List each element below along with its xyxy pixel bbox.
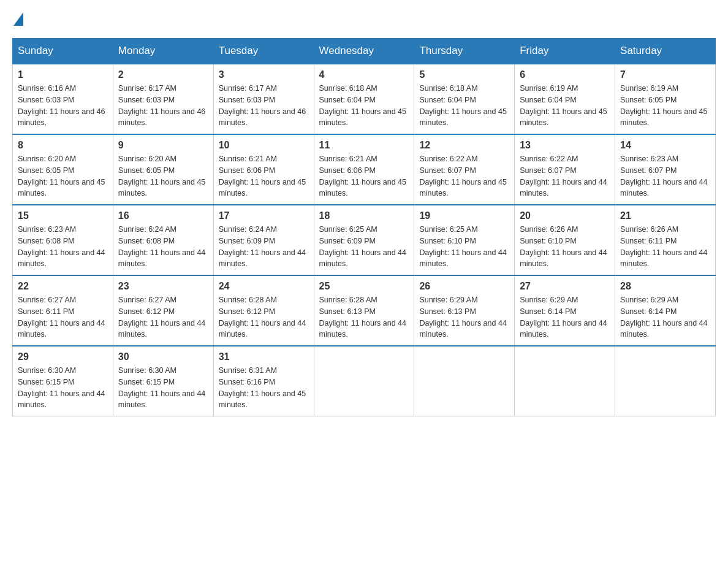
- day-info: Sunrise: 6:23 AM Sunset: 6:08 PM Dayligh…: [18, 224, 108, 270]
- day-number: 27: [520, 281, 610, 292]
- day-number: 25: [319, 281, 409, 292]
- calendar-cell: 6 Sunrise: 6:19 AM Sunset: 6:04 PM Dayli…: [515, 64, 615, 134]
- calendar-cell: 20 Sunrise: 6:26 AM Sunset: 6:10 PM Dayl…: [515, 205, 615, 275]
- day-info: Sunrise: 6:21 AM Sunset: 6:06 PM Dayligh…: [219, 153, 309, 199]
- day-info: Sunrise: 6:31 AM Sunset: 6:16 PM Dayligh…: [219, 365, 309, 411]
- calendar-cell: 16 Sunrise: 6:24 AM Sunset: 6:08 PM Dayl…: [113, 205, 213, 275]
- calendar-cell: 24 Sunrise: 6:28 AM Sunset: 6:12 PM Dayl…: [213, 275, 314, 346]
- calendar-cell: 10 Sunrise: 6:21 AM Sunset: 6:06 PM Dayl…: [213, 134, 314, 205]
- calendar-week-row: 15 Sunrise: 6:23 AM Sunset: 6:08 PM Dayl…: [13, 205, 716, 275]
- day-number: 26: [419, 281, 509, 292]
- day-info: Sunrise: 6:19 AM Sunset: 6:05 PM Dayligh…: [620, 83, 710, 129]
- calendar-cell: 2 Sunrise: 6:17 AM Sunset: 6:03 PM Dayli…: [113, 64, 213, 134]
- day-info: Sunrise: 6:27 AM Sunset: 6:11 PM Dayligh…: [18, 294, 108, 340]
- day-info: Sunrise: 6:19 AM Sunset: 6:04 PM Dayligh…: [520, 83, 610, 129]
- day-info: Sunrise: 6:29 AM Sunset: 6:14 PM Dayligh…: [520, 294, 610, 340]
- day-info: Sunrise: 6:25 AM Sunset: 6:09 PM Dayligh…: [319, 224, 409, 270]
- logo: [12, 12, 25, 26]
- day-number: 6: [520, 69, 610, 80]
- calendar-cell: [414, 346, 515, 416]
- calendar-cell: 29 Sunrise: 6:30 AM Sunset: 6:15 PM Dayl…: [13, 346, 113, 416]
- day-info: Sunrise: 6:30 AM Sunset: 6:15 PM Dayligh…: [118, 365, 208, 411]
- day-info: Sunrise: 6:28 AM Sunset: 6:12 PM Dayligh…: [219, 294, 309, 340]
- calendar-cell: 21 Sunrise: 6:26 AM Sunset: 6:11 PM Dayl…: [615, 205, 716, 275]
- calendar-cell: 30 Sunrise: 6:30 AM Sunset: 6:15 PM Dayl…: [113, 346, 213, 416]
- day-info: Sunrise: 6:26 AM Sunset: 6:10 PM Dayligh…: [520, 224, 610, 270]
- day-info: Sunrise: 6:25 AM Sunset: 6:10 PM Dayligh…: [419, 224, 509, 270]
- calendar-week-row: 1 Sunrise: 6:16 AM Sunset: 6:03 PM Dayli…: [13, 64, 716, 134]
- day-info: Sunrise: 6:26 AM Sunset: 6:11 PM Dayligh…: [620, 224, 710, 270]
- day-info: Sunrise: 6:18 AM Sunset: 6:04 PM Dayligh…: [319, 83, 409, 129]
- calendar-header-thursday: Thursday: [414, 39, 515, 64]
- day-number: 7: [620, 69, 710, 80]
- day-info: Sunrise: 6:27 AM Sunset: 6:12 PM Dayligh…: [118, 294, 208, 340]
- calendar-cell: 22 Sunrise: 6:27 AM Sunset: 6:11 PM Dayl…: [13, 275, 113, 346]
- logo-arrow-icon: [13, 12, 23, 26]
- day-number: 5: [419, 69, 509, 80]
- calendar-cell: 4 Sunrise: 6:18 AM Sunset: 6:04 PM Dayli…: [314, 64, 414, 134]
- day-number: 16: [118, 210, 208, 221]
- calendar-header-friday: Friday: [515, 39, 615, 64]
- calendar-header-row: SundayMondayTuesdayWednesdayThursdayFrid…: [13, 39, 716, 64]
- day-number: 10: [219, 140, 309, 151]
- calendar-cell: 9 Sunrise: 6:20 AM Sunset: 6:05 PM Dayli…: [113, 134, 213, 205]
- calendar-cell: 7 Sunrise: 6:19 AM Sunset: 6:05 PM Dayli…: [615, 64, 716, 134]
- calendar-cell: 18 Sunrise: 6:25 AM Sunset: 6:09 PM Dayl…: [314, 205, 414, 275]
- calendar-header-tuesday: Tuesday: [213, 39, 314, 64]
- day-number: 28: [620, 281, 710, 292]
- day-number: 13: [520, 140, 610, 151]
- day-number: 3: [219, 69, 309, 80]
- calendar-cell: [515, 346, 615, 416]
- day-info: Sunrise: 6:17 AM Sunset: 6:03 PM Dayligh…: [118, 83, 208, 129]
- calendar-header-wednesday: Wednesday: [314, 39, 414, 64]
- day-info: Sunrise: 6:21 AM Sunset: 6:06 PM Dayligh…: [319, 153, 409, 199]
- calendar-cell: 12 Sunrise: 6:22 AM Sunset: 6:07 PM Dayl…: [414, 134, 515, 205]
- day-info: Sunrise: 6:22 AM Sunset: 6:07 PM Dayligh…: [520, 153, 610, 199]
- calendar-cell: 14 Sunrise: 6:23 AM Sunset: 6:07 PM Dayl…: [615, 134, 716, 205]
- day-number: 15: [18, 210, 108, 221]
- day-number: 9: [118, 140, 208, 151]
- day-info: Sunrise: 6:30 AM Sunset: 6:15 PM Dayligh…: [18, 365, 108, 411]
- calendar-cell: [615, 346, 716, 416]
- day-info: Sunrise: 6:22 AM Sunset: 6:07 PM Dayligh…: [419, 153, 509, 199]
- day-number: 12: [419, 140, 509, 151]
- day-info: Sunrise: 6:16 AM Sunset: 6:03 PM Dayligh…: [18, 83, 108, 129]
- calendar-header-sunday: Sunday: [13, 39, 113, 64]
- day-number: 24: [219, 281, 309, 292]
- day-number: 11: [319, 140, 409, 151]
- page-header: [12, 12, 716, 26]
- calendar-header-monday: Monday: [113, 39, 213, 64]
- calendar-cell: 19 Sunrise: 6:25 AM Sunset: 6:10 PM Dayl…: [414, 205, 515, 275]
- day-number: 8: [18, 140, 108, 151]
- calendar-cell: 13 Sunrise: 6:22 AM Sunset: 6:07 PM Dayl…: [515, 134, 615, 205]
- day-info: Sunrise: 6:24 AM Sunset: 6:09 PM Dayligh…: [219, 224, 309, 270]
- calendar-week-row: 29 Sunrise: 6:30 AM Sunset: 6:15 PM Dayl…: [13, 346, 716, 416]
- day-number: 29: [18, 351, 108, 362]
- calendar-cell: 11 Sunrise: 6:21 AM Sunset: 6:06 PM Dayl…: [314, 134, 414, 205]
- day-number: 21: [620, 210, 710, 221]
- day-number: 19: [419, 210, 509, 221]
- calendar-cell: 26 Sunrise: 6:29 AM Sunset: 6:13 PM Dayl…: [414, 275, 515, 346]
- calendar-week-row: 8 Sunrise: 6:20 AM Sunset: 6:05 PM Dayli…: [13, 134, 716, 205]
- calendar-cell: 31 Sunrise: 6:31 AM Sunset: 6:16 PM Dayl…: [213, 346, 314, 416]
- calendar-cell: 28 Sunrise: 6:29 AM Sunset: 6:14 PM Dayl…: [615, 275, 716, 346]
- calendar-header-saturday: Saturday: [615, 39, 716, 64]
- day-number: 31: [219, 351, 309, 362]
- day-number: 14: [620, 140, 710, 151]
- calendar-cell: 15 Sunrise: 6:23 AM Sunset: 6:08 PM Dayl…: [13, 205, 113, 275]
- day-info: Sunrise: 6:29 AM Sunset: 6:13 PM Dayligh…: [419, 294, 509, 340]
- day-number: 4: [319, 69, 409, 80]
- day-number: 23: [118, 281, 208, 292]
- day-number: 17: [219, 210, 309, 221]
- day-info: Sunrise: 6:28 AM Sunset: 6:13 PM Dayligh…: [319, 294, 409, 340]
- calendar-cell: 5 Sunrise: 6:18 AM Sunset: 6:04 PM Dayli…: [414, 64, 515, 134]
- day-info: Sunrise: 6:23 AM Sunset: 6:07 PM Dayligh…: [620, 153, 710, 199]
- day-number: 1: [18, 69, 108, 80]
- calendar-cell: 8 Sunrise: 6:20 AM Sunset: 6:05 PM Dayli…: [13, 134, 113, 205]
- calendar-week-row: 22 Sunrise: 6:27 AM Sunset: 6:11 PM Dayl…: [13, 275, 716, 346]
- day-number: 20: [520, 210, 610, 221]
- calendar-table: SundayMondayTuesdayWednesdayThursdayFrid…: [12, 38, 716, 416]
- calendar-cell: 23 Sunrise: 6:27 AM Sunset: 6:12 PM Dayl…: [113, 275, 213, 346]
- calendar-cell: 3 Sunrise: 6:17 AM Sunset: 6:03 PM Dayli…: [213, 64, 314, 134]
- calendar-cell: 27 Sunrise: 6:29 AM Sunset: 6:14 PM Dayl…: [515, 275, 615, 346]
